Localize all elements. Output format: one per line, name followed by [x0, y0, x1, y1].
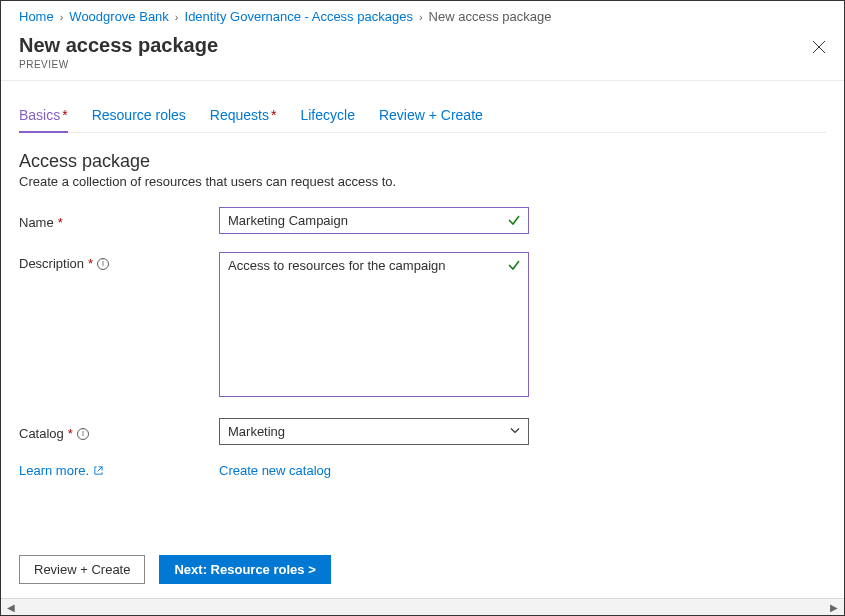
page-title: New access package — [19, 34, 826, 57]
name-input[interactable] — [219, 207, 529, 234]
close-icon — [812, 40, 826, 54]
description-input[interactable] — [219, 252, 529, 397]
scroll-left-icon: ◀ — [3, 602, 19, 613]
catalog-select[interactable] — [219, 418, 529, 445]
chevron-right-icon: › — [175, 11, 179, 23]
name-label: Name * — [19, 211, 219, 230]
required-star: * — [62, 107, 67, 123]
tab-label: Requests — [210, 107, 269, 123]
info-icon[interactable]: i — [77, 428, 89, 440]
links-row: Learn more. Create new catalog — [19, 463, 826, 478]
link-text: Learn more. — [19, 463, 89, 478]
required-star: * — [68, 426, 73, 441]
tab-label: Review + Create — [379, 107, 483, 123]
breadcrumb-governance[interactable]: Identity Governance - Access packages — [185, 9, 413, 24]
catalog-label: Catalog * i — [19, 422, 219, 441]
form-row-name: Name * — [19, 207, 826, 234]
required-star: * — [58, 215, 63, 230]
section-subtitle: Create a collection of resources that us… — [19, 174, 826, 189]
breadcrumb-home[interactable]: Home — [19, 9, 54, 24]
description-label: Description * i — [19, 252, 219, 271]
tabs: Basics* Resource roles Requests* Lifecyc… — [19, 103, 826, 133]
horizontal-scrollbar[interactable]: ◀ ▶ — [1, 598, 844, 615]
required-star: * — [271, 107, 276, 123]
label-text: Name — [19, 215, 54, 230]
footer: Review + Create Next: Resource roles > — [1, 541, 844, 598]
learn-more-link[interactable]: Learn more. — [19, 463, 104, 478]
review-create-button[interactable]: Review + Create — [19, 555, 145, 584]
tab-label: Resource roles — [92, 107, 186, 123]
tab-requests[interactable]: Requests* — [210, 103, 277, 132]
required-star: * — [88, 256, 93, 271]
breadcrumb-org[interactable]: Woodgrove Bank — [69, 9, 169, 24]
scroll-right-icon: ▶ — [826, 602, 842, 613]
page-header: New access package PREVIEW — [1, 30, 844, 81]
preview-label: PREVIEW — [19, 59, 826, 70]
label-text: Description — [19, 256, 84, 271]
chevron-right-icon: › — [60, 11, 64, 23]
tab-basics[interactable]: Basics* — [19, 103, 68, 133]
next-button[interactable]: Next: Resource roles > — [159, 555, 330, 584]
tab-review-create[interactable]: Review + Create — [379, 103, 483, 132]
external-link-icon — [93, 465, 104, 476]
button-label: Next: Resource roles > — [174, 562, 315, 577]
info-icon[interactable]: i — [97, 258, 109, 270]
tab-label: Basics — [19, 107, 60, 123]
label-text: Catalog — [19, 426, 64, 441]
tab-label: Lifecycle — [300, 107, 354, 123]
tab-resource-roles[interactable]: Resource roles — [92, 103, 186, 132]
breadcrumb: Home › Woodgrove Bank › Identity Governa… — [1, 1, 844, 30]
tab-lifecycle[interactable]: Lifecycle — [300, 103, 354, 132]
close-button[interactable] — [808, 36, 830, 58]
form-row-description: Description * i — [19, 252, 826, 400]
create-catalog-link[interactable]: Create new catalog — [219, 463, 331, 478]
form-row-catalog: Catalog * i — [19, 418, 826, 445]
section-title: Access package — [19, 151, 826, 172]
chevron-right-icon: › — [419, 11, 423, 23]
breadcrumb-current: New access package — [429, 9, 552, 24]
